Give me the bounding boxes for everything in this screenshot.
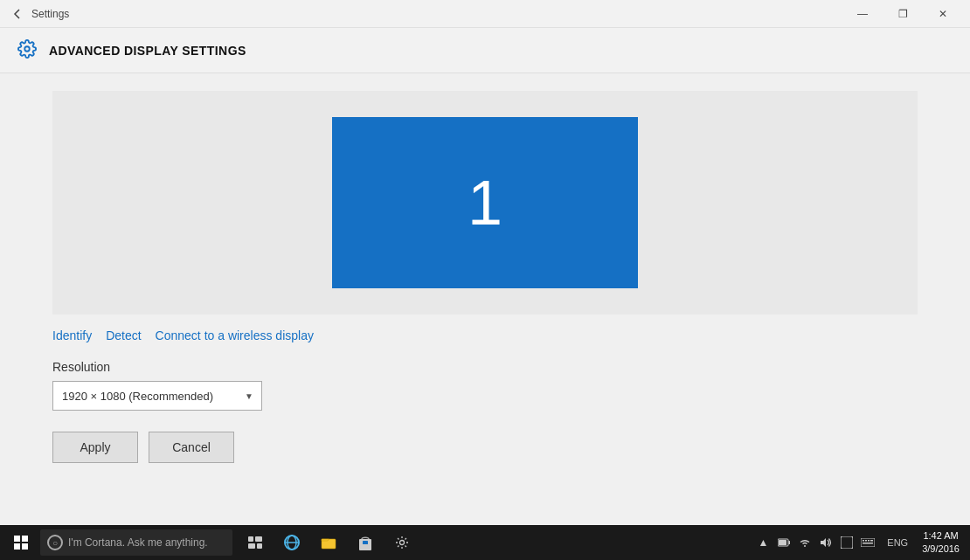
edge-icon[interactable]: [274, 525, 309, 560]
links-row: Identify Detect Connect to a wireless di…: [52, 328, 918, 342]
settings-page-title: ADVANCED DISPLAY SETTINGS: [49, 44, 246, 58]
svg-rect-22: [863, 543, 873, 544]
svg-rect-1: [248, 536, 253, 542]
identify-link[interactable]: Identify: [52, 328, 92, 342]
battery-icon[interactable]: [775, 534, 793, 551]
clock-time: 1:42 AM: [923, 529, 958, 543]
show-hidden-icons[interactable]: ▲: [754, 534, 772, 551]
keyboard-icon[interactable]: [859, 534, 876, 551]
svg-rect-2: [255, 536, 262, 542]
restore-button[interactable]: ❐: [883, 0, 923, 28]
minimize-button[interactable]: —: [842, 0, 883, 28]
svg-rect-4: [257, 543, 262, 549]
start-button[interactable]: [3, 525, 38, 560]
svg-rect-19: [865, 540, 867, 542]
main-content: 1 Identify Detect Connect to a wireless …: [0, 73, 970, 525]
connect-wireless-link[interactable]: Connect to a wireless display: [156, 328, 314, 342]
back-button[interactable]: [7, 3, 28, 24]
title-bar: Settings — ❐ ✕: [0, 0, 970, 28]
svg-rect-16: [841, 536, 853, 549]
svg-rect-13: [789, 541, 791, 544]
cancel-button[interactable]: Cancel: [149, 432, 234, 463]
clock[interactable]: 1:42 AM 3/9/2016: [915, 529, 967, 557]
cortana-icon: ○: [47, 535, 63, 550]
svg-rect-20: [868, 540, 870, 542]
svg-marker-15: [821, 538, 826, 547]
detect-link[interactable]: Detect: [106, 328, 141, 342]
wifi-icon[interactable]: [796, 534, 814, 551]
svg-rect-9: [359, 539, 371, 550]
svg-rect-3: [248, 543, 255, 549]
buttons-row: Apply Cancel: [52, 432, 918, 463]
cortana-search[interactable]: ○ I'm Cortana. Ask me anything.: [40, 529, 232, 556]
language-indicator[interactable]: ENG: [882, 537, 913, 548]
close-button[interactable]: ✕: [923, 0, 963, 28]
file-explorer-icon[interactable]: [311, 525, 346, 560]
volume-icon[interactable]: [817, 534, 835, 551]
clock-date: 3/9/2016: [922, 543, 960, 556]
system-tray: ▲: [751, 534, 880, 551]
resolution-dropdown-wrapper: 1920 × 1080 (Recommended) 1600 × 900 136…: [52, 381, 262, 411]
svg-point-0: [24, 46, 30, 52]
gear-icon: [17, 39, 37, 62]
display-preview-area: 1: [52, 91, 918, 315]
cortana-placeholder: I'm Cortana. Ask me anything.: [68, 536, 208, 549]
resolution-label: Resolution: [52, 360, 918, 374]
display-monitor: 1: [332, 117, 638, 288]
settings-taskbar-icon[interactable]: [385, 525, 419, 560]
windows-logo-icon: [14, 536, 28, 550]
taskbar: ○ I'm Cortana. Ask me anything.: [0, 525, 970, 560]
svg-rect-21: [870, 540, 873, 542]
notification-icon[interactable]: [838, 534, 856, 551]
resolution-select[interactable]: 1920 × 1080 (Recommended) 1600 × 900 136…: [52, 381, 262, 411]
svg-rect-10: [363, 541, 368, 544]
settings-header: ADVANCED DISPLAY SETTINGS: [0, 28, 970, 73]
apply-button[interactable]: Apply: [52, 432, 138, 463]
svg-rect-18: [863, 540, 864, 542]
svg-point-11: [400, 541, 405, 545]
monitor-number: 1: [468, 167, 502, 239]
title-bar-controls: — ❐ ✕: [842, 0, 963, 28]
title-bar-text: Settings: [31, 8, 842, 20]
store-icon[interactable]: [348, 525, 383, 560]
svg-rect-14: [779, 540, 786, 545]
task-view-button[interactable]: [238, 525, 273, 560]
